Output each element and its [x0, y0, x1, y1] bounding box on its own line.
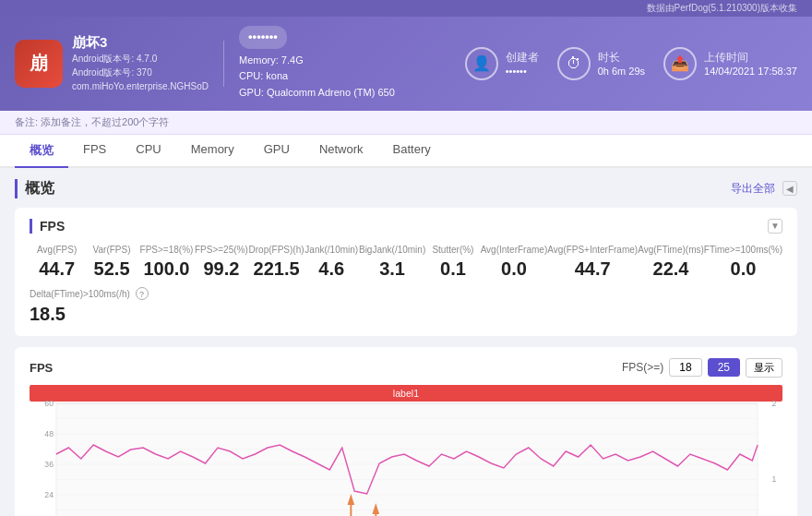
metric-value: 44.7 [547, 258, 638, 280]
metric-value: 221.5 [249, 258, 304, 280]
game-title: 崩坏3 [72, 34, 209, 52]
tab-gpu[interactable]: GPU [249, 135, 304, 168]
stat-upload: 📤 上传时间 14/04/2021 17:58:37 [663, 47, 797, 80]
metric-item: Avg(InterFrame) 0.0 [481, 245, 548, 280]
package-name: com.miHoYo.enterprise.NGHSoD [72, 79, 209, 93]
fps-section: FPS ▼ Avg(FPS) 44.7 Var(FPS) 52.5 FPS>=1… [15, 208, 797, 336]
metric-value: 52.5 [84, 258, 138, 280]
export-button[interactable]: 导出全部 [731, 181, 775, 197]
stat-creator: 👤 创建者 •••••• [465, 47, 539, 80]
metric-value: 0.0 [481, 258, 548, 280]
device-info: ••••••• Memory: 7.4G CPU: kona GPU: Qual… [239, 26, 424, 102]
metric-item: FPS>=25(%) 99.2 [194, 245, 248, 280]
tab-overview[interactable]: 概览 [15, 135, 68, 168]
svg-text:60: 60 [44, 398, 54, 407]
duration-icon: ⏱ [557, 47, 591, 80]
fps-btn-18[interactable]: 18 [669, 358, 701, 377]
svg-text:24: 24 [44, 489, 54, 498]
metric-item: Avg(FTime)(ms) 22.4 [638, 245, 704, 280]
tab-battery[interactable]: Battery [378, 135, 446, 168]
game-icon: 崩 [15, 40, 63, 88]
android-ver: Android版本号: 4.7.0 [72, 52, 209, 66]
header-stats: 👤 创建者 •••••• ⏱ 时长 0h 6m 29s 📤 上传时间 14/04… [465, 47, 797, 80]
fps-metrics-row: Avg(FPS) 44.7 Var(FPS) 52.5 FPS>=18(%) 1… [30, 245, 782, 280]
metric-item: Jank(/10min) 4.6 [304, 245, 359, 280]
chart-wrapper: label1 60 48 36 24 12 [30, 385, 782, 516]
metric-value: 22.4 [638, 258, 704, 280]
upload-value: 14/04/2021 17:58:37 [704, 66, 797, 77]
metric-value: 99.2 [194, 258, 248, 280]
chart-title: FPS [30, 361, 53, 375]
note-bar: 备注: 添加备注，不超过200个字符 [0, 111, 812, 135]
game-info: 崩 崩坏3 Android版本号: 4.7.0 Android版本号: 370 … [15, 34, 209, 93]
gpu-info: GPU: Qualcomm Adreno (TM) 650 [239, 85, 424, 102]
metric-label: Avg(InterFrame) [481, 245, 548, 255]
creator-icon: 👤 [465, 47, 498, 80]
delta-row: Delta(FTime)>100ms(/h) ? 18.5 [30, 287, 782, 325]
metric-value: 44.7 [30, 258, 84, 280]
tab-memory[interactable]: Memory [176, 135, 249, 168]
svg-text:2: 2 [771, 398, 776, 407]
collapse-button[interactable]: ◀ [782, 181, 797, 196]
duration-label: 时长 [598, 50, 645, 66]
metric-value: 4.6 [304, 258, 359, 280]
delta-label: Delta(FTime)>100ms(/h) [30, 289, 130, 299]
tab-network[interactable]: Network [304, 135, 378, 168]
fps-gte-label: FPS(>=) [622, 361, 663, 374]
note-text: 备注: 添加备注，不超过200个字符 [15, 116, 169, 127]
main-content: 概览 导出全部 ◀ FPS ▼ Avg(FPS) 44.7 Var(FPS) 5… [0, 168, 812, 516]
metric-item: Avg(FPS+InterFrame) 44.7 [547, 245, 638, 280]
fps-collapse-button[interactable]: ▼ [768, 219, 782, 234]
device-name: ••••••• [239, 26, 287, 49]
metric-value: 0.1 [425, 258, 480, 280]
metric-label: Var(FPS) [84, 245, 138, 255]
delta-value: 18.5 [30, 304, 782, 325]
upload-icon: 📤 [663, 47, 697, 80]
metric-item: FTime>=100ms(%) 0.0 [704, 245, 782, 280]
metric-label: FTime>=100ms(%) [704, 245, 782, 255]
metric-value: 100.0 [139, 258, 194, 280]
overview-title: 概览 [15, 179, 54, 198]
metric-item: BigJank(/10min) 3.1 [359, 245, 425, 280]
tab-cpu[interactable]: CPU [121, 135, 175, 168]
fps-section-title: FPS [40, 219, 65, 234]
metric-value: 3.1 [359, 258, 425, 280]
chart-header: FPS FPS(>=) 18 25 显示 [30, 358, 782, 378]
svg-rect-2 [56, 403, 758, 516]
fps-chart: label1 60 48 36 24 12 [30, 385, 782, 516]
metric-label: FPS>=18(%) [139, 245, 194, 255]
metric-value: 0.0 [704, 258, 782, 280]
metric-label: Stutter(%) [425, 245, 480, 255]
svg-text:48: 48 [44, 428, 54, 438]
creator-value: •••••• [506, 66, 539, 77]
metric-label: FPS>=25(%) [194, 245, 248, 255]
android-build: Android版本号: 370 [72, 66, 209, 79]
section-header: 概览 导出全部 ◀ [15, 179, 797, 198]
delta-help-icon: ? [136, 287, 149, 300]
metric-label: Avg(FPS+InterFrame) [547, 245, 638, 255]
tab-fps[interactable]: FPS [68, 135, 121, 168]
stat-duration: ⏱ 时长 0h 6m 29s [557, 47, 645, 80]
metric-label: Drop(FPS)(h) [249, 245, 304, 255]
creator-label: 创建者 [506, 50, 539, 66]
svg-text:36: 36 [44, 459, 54, 468]
chart-section: FPS FPS(>=) 18 25 显示 label1 [15, 347, 797, 516]
fps-controls: FPS(>=) 18 25 显示 [622, 358, 782, 378]
fps-btn-25[interactable]: 25 [708, 358, 740, 377]
metric-item: Drop(FPS)(h) 221.5 [249, 245, 304, 280]
metric-item: Avg(FPS) 44.7 [30, 245, 84, 280]
metric-label: BigJank(/10min) [359, 245, 425, 255]
duration-value: 0h 6m 29s [598, 66, 645, 77]
svg-text:Jank: Jank [781, 468, 782, 486]
svg-text:1: 1 [771, 474, 776, 483]
show-button[interactable]: 显示 [746, 358, 782, 378]
version-info: 数据由PerfDog(5.1.210300)版本收集 [647, 3, 797, 13]
svg-text:label1: label1 [393, 387, 419, 398]
metric-label: Avg(FTime)(ms) [638, 245, 704, 255]
metric-item: Stutter(%) 0.1 [425, 245, 480, 280]
nav-tabs: 概览 FPS CPU Memory GPU Network Battery [0, 135, 812, 168]
metric-label: Jank(/10min) [304, 245, 359, 255]
metric-item: Var(FPS) 52.5 [84, 245, 138, 280]
upload-label: 上传时间 [704, 50, 797, 66]
cpu-info: CPU: kona [239, 68, 424, 85]
